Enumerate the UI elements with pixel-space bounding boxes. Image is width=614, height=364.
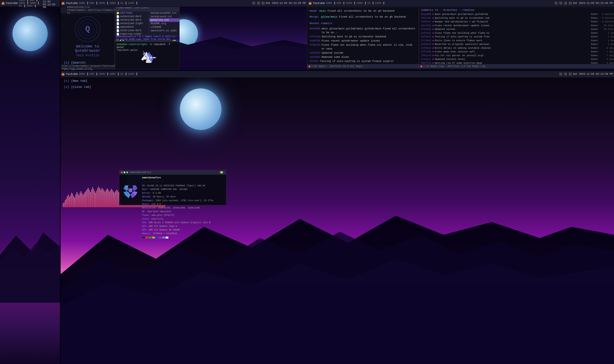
viz-bar-15 xyxy=(79,195,79,207)
viz-bar-25 xyxy=(89,190,90,207)
viz-bar-26 xyxy=(90,192,91,207)
file-item-sel-dark1[interactable]: 📄selenized-dark xyxy=(115,15,149,18)
nf-pkgs: Packages: 1363 (nix-system), 2782 (nix-u… xyxy=(142,199,224,202)
neofetch-rainbow xyxy=(220,171,224,173)
log-entry-6: 5af9302 ● Fixes flake not building when … xyxy=(421,31,614,35)
file-item-spaceduck[interactable]: 📄spaceduck xyxy=(115,25,149,29)
nf-kernel: Kernel: 6.1.60 xyxy=(142,191,224,195)
file-manager-right: background256.txt background.txt polarit… xyxy=(149,7,180,36)
viz-bar-9 xyxy=(72,194,73,207)
viz-bar-43 xyxy=(108,190,109,207)
file-item-sel-light[interactable]: 📄selenized-light xyxy=(115,22,149,25)
git-head-msg: Fixed all screenshots to be on gh backen… xyxy=(327,9,394,13)
viz-bar-20 xyxy=(84,194,84,207)
git-commit-7: 5f0362 Testing if auto-cpufreq is system… xyxy=(309,59,416,63)
file-item-sol-dark[interactable]: 📄solarized-dark xyxy=(115,29,149,32)
topbar-left: 🦊 Youtube 100% ▐ 99% ▐ 104% ▐ 100% ▐ 1% … xyxy=(0,0,60,6)
log-entry-7: 5af9302 ● Testing if auto-cpufreq is sys… xyxy=(421,35,614,39)
left-topbar-stats: 100% ▐ 99% ▐ 104% ▐ 100% ▐ 1% ▐ 115% ▐ xyxy=(19,0,42,8)
git-log-title: Commits in --branches --remotes xyxy=(421,8,614,12)
terminal-pokemon: emmet@snowfire:~ pokemon-colorscripts -n… xyxy=(115,37,180,69)
color-block-6 xyxy=(162,237,165,238)
center-topbar-title: Youtube xyxy=(66,2,78,5)
git-log-statusbar: 1.1k magit-log: .dotfiles 1:0 Top Magit … xyxy=(419,64,614,68)
left-topbar-time: Sat 2023-11-04 02:13:20 PM xyxy=(43,0,59,9)
qute-menu-newtab[interactable]: [t] [New tab] xyxy=(64,78,112,84)
nixos-logo xyxy=(122,182,139,199)
file-right-readme[interactable]: README.org xyxy=(149,22,179,25)
log-entry-9: a2658a0 ● Reverted to original uwunicorn… xyxy=(421,43,614,46)
viz-bar-40 xyxy=(105,192,106,207)
file-right-polarity[interactable]: polarity.txt xyxy=(149,18,179,22)
git-magit-left: Head: main Fixed all screenshots to be o… xyxy=(307,7,419,68)
file-item-sel-dark2[interactable]: 📄selenized-dark xyxy=(115,18,149,22)
neofetch-title-text: emmet@snowfire xyxy=(130,171,151,174)
bottom-topbar-icons: ⬛ ⬛ ⬛ xyxy=(559,72,572,76)
log-entry-13: 9c310cc ● Updated install notes Emmet 1 … xyxy=(421,58,614,61)
git-statusbar: 1.8k magit: .dotfiles 32:0 All Magit xyxy=(307,64,419,68)
color-block-0 xyxy=(142,237,145,238)
viz-bar-37 xyxy=(101,188,102,207)
file-right-bg256[interactable]: background256.txt xyxy=(149,11,179,15)
log-entry-8: 37740c8 ● Extra lines to ensure flakes w… xyxy=(421,39,614,43)
file-right-bg[interactable]: background.txt xyxy=(149,15,179,18)
viz-bar-50 xyxy=(115,191,116,207)
qute-menu-closetab[interactable]: [x] [Close tab] xyxy=(64,84,112,90)
qutebrowser-window: emmet@snowfire /home/emmet/.dotfiles/the… xyxy=(60,7,115,69)
viz-bar-16 xyxy=(80,193,80,207)
color-block-5 xyxy=(159,237,162,238)
log-entry-5: 6f6e680 ● Updated system Emmet 18 hours xyxy=(421,28,614,31)
viz-bar-21 xyxy=(85,192,85,207)
file-list: 📁ald-hope 📄selenized-dark 📄selenized-dar… xyxy=(115,11,149,36)
color-block-7 xyxy=(166,237,168,238)
right-topbar-title: Youtube xyxy=(313,2,325,5)
neofetch-info: emmet@snowfire ---------------- OS: NixO… xyxy=(142,176,224,238)
viz-bar-52 xyxy=(117,190,118,207)
viz-bar-19 xyxy=(83,195,84,207)
git-log-panel: Commits in --branches --remotes d1ac0b0 … xyxy=(419,7,614,68)
nf-mem: Memory: 7670MiB / 63318MiB xyxy=(142,232,224,235)
viz-bar-31 xyxy=(95,193,96,207)
neofetch-min[interactable] xyxy=(124,171,125,173)
git-commit-4: 8700c8d Fixes flake not building when fl… xyxy=(309,43,416,51)
nf-sep: ---------------- xyxy=(142,180,224,184)
file-statusbar-text: emmet@snowfire ~$ 1 emmet users 5 2023-1… xyxy=(116,35,178,41)
topbar-center: 🦊 Youtube 100% ▐ 59% ▐ 104% ▐ 100% ▐ 1% … xyxy=(60,0,307,6)
log-entry-10: a2658a0 ● Extra detail on adding unstabl… xyxy=(421,46,614,50)
qute-logo-q: Q xyxy=(85,25,90,34)
viz-bar-51 xyxy=(116,190,117,207)
nf-shell: Shell: zsh 5.9 xyxy=(142,202,224,206)
git-log-entries: d1ac0b0 ● main gitea/main gitlab/main gi… xyxy=(421,13,614,68)
pokemon-pixel-art xyxy=(145,57,156,58)
bottom-moon xyxy=(180,89,222,130)
color-block-4 xyxy=(155,237,158,238)
git-commit-1: dee0888 main gitea/main gitlab/main gith… xyxy=(309,27,416,35)
file-path-text: /home/emmet/.dotfiles/themes/uwunicorn-y… xyxy=(116,7,149,12)
viz-bar-41 xyxy=(106,190,107,207)
viz-bar-33 xyxy=(97,188,98,207)
viz-bar-23 xyxy=(87,189,88,207)
viz-bar-1 xyxy=(64,202,65,207)
left-topbar-icon: 🦊 xyxy=(1,1,5,5)
nf-theme: Theme: adw-gtk3 [GTK2/3] xyxy=(142,213,224,217)
git-merge: Merge: gitea/main Fixed all screenshots … xyxy=(309,15,416,19)
viz-bar-2 xyxy=(65,200,66,207)
bottom-topbar-icon: 🦊 xyxy=(61,72,65,76)
viz-bar-36 xyxy=(101,190,101,207)
neofetch-close[interactable] xyxy=(121,171,123,173)
file-right-yaml[interactable]: uwunicorn-yt.yaml xyxy=(149,29,179,32)
qute-subtitle: Tech Profile xyxy=(64,54,112,57)
viz-bar-34 xyxy=(98,186,99,207)
log-entry-11: 3ff5160 ● Fixes qemu user session uefi E… xyxy=(421,50,614,54)
file-right-license[interactable]: LICENSE xyxy=(149,25,179,29)
nf-os: OS: NixOS 23.11.20231102.fa808a8 (Tapir)… xyxy=(142,184,224,188)
color-block-3 xyxy=(152,237,155,238)
viz-bar-4 xyxy=(67,196,68,207)
viz-bar-22 xyxy=(86,190,87,207)
neofetch-max[interactable] xyxy=(126,171,128,173)
neofetch-titlebar: emmet@snowfire xyxy=(119,170,226,175)
git-merge-label: Merge: xyxy=(309,15,321,18)
neofetch-body: emmet@snowfire ---------------- OS: NixO… xyxy=(119,175,226,240)
left-moon xyxy=(13,16,48,51)
file-manager-path: /home/emmet/.dotfiles/themes/uwunicorn-y… xyxy=(115,7,149,11)
